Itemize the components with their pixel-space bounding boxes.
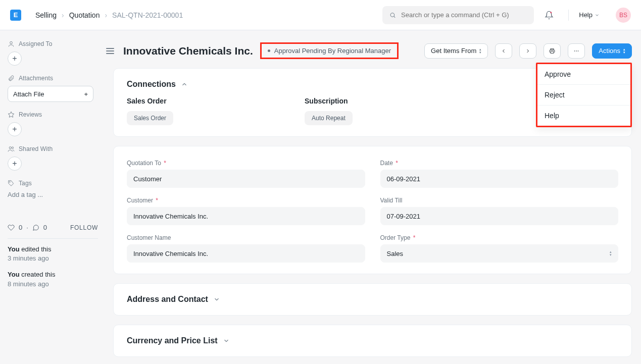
- timeline-who: You: [8, 271, 20, 278]
- section-label: Tags: [19, 180, 32, 187]
- svg-line-1: [394, 16, 395, 17]
- quotation-to-input[interactable]: Customer: [127, 170, 365, 188]
- search-input[interactable]: [401, 11, 527, 19]
- heart-icon[interactable]: [8, 224, 15, 231]
- add-review-button[interactable]: +: [8, 122, 22, 136]
- page-title: Innovative Chemicals Inc.: [123, 45, 253, 57]
- select-caret-icon: ▴▾: [610, 250, 612, 256]
- global-search[interactable]: [382, 6, 534, 24]
- section-head: Reviews: [8, 111, 98, 118]
- timeline-item: You created this 8 minutes ago: [8, 270, 98, 288]
- likes-count: 0: [19, 224, 22, 231]
- comments-count: 0: [43, 224, 47, 231]
- date-input[interactable]: 06-09-2021: [380, 170, 619, 188]
- connections-col-sales-order: Sales Order Sales Order: [127, 97, 173, 125]
- chevron-left-icon: [501, 48, 507, 54]
- follow-button[interactable]: FOLLOW: [70, 224, 98, 231]
- field-label: Date *: [380, 160, 619, 167]
- label-text: Date: [380, 160, 393, 167]
- section-assigned-to: Assigned To +: [8, 40, 98, 66]
- app-logo[interactable]: E: [10, 10, 21, 21]
- chevron-right-icon: ›: [105, 11, 107, 19]
- required-marker: *: [154, 197, 158, 204]
- field-label: Customer Name: [127, 234, 365, 241]
- action-help[interactable]: Help: [537, 105, 630, 126]
- more-menu-button[interactable]: [568, 43, 585, 59]
- sidebar-toggle-button[interactable]: [106, 48, 114, 54]
- conn-link-sales-order[interactable]: Sales Order: [127, 111, 173, 125]
- attach-file-button[interactable]: Attach File +: [8, 86, 93, 102]
- label-text: Customer: [127, 197, 153, 204]
- section-heading[interactable]: Address and Contact: [127, 295, 618, 304]
- chevron-up-icon: [181, 81, 188, 88]
- next-doc-button[interactable]: [519, 43, 536, 59]
- paperclip-icon: [8, 75, 15, 82]
- print-button[interactable]: [544, 43, 561, 59]
- section-heading[interactable]: Currency and Price List: [127, 336, 618, 345]
- field-value: 06-09-2021: [387, 175, 421, 183]
- avatar-initials: BS: [619, 12, 627, 19]
- section-label: Reviews: [19, 111, 42, 118]
- required-marker: *: [411, 234, 415, 241]
- svg-point-5: [9, 147, 11, 149]
- details-card: Quotation To * Customer Date * 06-09-202…: [113, 146, 632, 274]
- customer-name-input[interactable]: Innovative Chemicals Inc.: [127, 244, 365, 263]
- add-tag-input[interactable]: Add a tag ...: [8, 191, 98, 198]
- comment-icon[interactable]: [32, 224, 39, 231]
- prev-doc-button[interactable]: [495, 43, 512, 59]
- bell-icon: [545, 11, 554, 20]
- divider: [568, 10, 569, 21]
- user-icon: [8, 40, 15, 47]
- valid-till-input[interactable]: 07-09-2021: [380, 207, 619, 225]
- section-title: Address and Contact: [127, 295, 208, 304]
- breadcrumb-docid: SAL-QTN-2021-00001: [112, 11, 183, 19]
- breadcrumb: Selling › Quotation › SAL-QTN-2021-00001: [35, 11, 183, 19]
- svg-point-11: [576, 50, 577, 51]
- field-value: 07-09-2021: [387, 213, 421, 220]
- timeline-verb: created this: [21, 271, 55, 278]
- section-attachments: Attachments Attach File +: [8, 75, 98, 102]
- conn-link-auto-repeat[interactable]: Auto Repeat: [305, 111, 353, 125]
- label-text: Quotation To: [127, 160, 161, 167]
- field-label: Valid Till: [380, 197, 619, 204]
- actions-button[interactable]: Actions ▴▾: [592, 43, 632, 59]
- page-header: Innovative Chemicals Inc. Approval Pendi…: [106, 39, 632, 68]
- engagement-stats: 0 · 0: [8, 224, 47, 231]
- status-text: Approval Pending By Regional Manager: [274, 47, 391, 55]
- actions-wrapper: Actions ▴▾ Approve Reject Help: [592, 43, 632, 59]
- users-icon: [8, 145, 15, 152]
- field-date: Date * 06-09-2021: [380, 160, 619, 188]
- help-dropdown[interactable]: Help: [579, 11, 600, 19]
- field-order-type: Order Type * Sales ▴▾: [380, 234, 619, 263]
- section-head: Shared With: [8, 145, 98, 152]
- customer-input[interactable]: Innovative Chemicals Inc.: [127, 207, 365, 225]
- svg-point-2: [551, 12, 552, 13]
- action-approve[interactable]: Approve: [537, 64, 630, 84]
- select-caret-icon: ▴▾: [479, 48, 481, 54]
- timeline-verb: edited this: [21, 245, 51, 253]
- actions-dropdown: Approve Reject Help: [536, 63, 632, 127]
- chevron-right-icon: ›: [62, 11, 64, 19]
- section-title: Currency and Price List: [127, 336, 218, 345]
- user-avatar[interactable]: BS: [616, 8, 631, 23]
- field-quotation-to: Quotation To * Customer: [127, 160, 365, 188]
- action-reject[interactable]: Reject: [537, 84, 630, 105]
- get-items-from-button[interactable]: Get Items From ▴▾: [424, 43, 488, 59]
- top-navbar: E Selling › Quotation › SAL-QTN-2021-000…: [0, 0, 641, 30]
- breadcrumb-selling[interactable]: Selling: [35, 11, 57, 19]
- add-assignee-button[interactable]: +: [8, 51, 22, 66]
- breadcrumb-quotation[interactable]: Quotation: [69, 11, 100, 19]
- order-type-select[interactable]: Sales ▴▾: [380, 244, 619, 263]
- svg-point-6: [12, 147, 14, 149]
- notifications-button[interactable]: [540, 6, 558, 24]
- timeline-item: You edited this 3 minutes ago: [8, 245, 98, 263]
- svg-point-12: [578, 50, 579, 51]
- field-value: Sales: [387, 250, 404, 257]
- conn-col-title: Subscription: [305, 97, 353, 105]
- engagement-row: 0 · 0 FOLLOW: [8, 224, 98, 231]
- chevron-down-icon: [595, 13, 600, 18]
- timeline-ago: 3 minutes ago: [8, 254, 98, 263]
- printer-icon: [549, 48, 555, 54]
- section-head: Tags: [8, 180, 98, 187]
- add-share-button[interactable]: +: [8, 157, 22, 171]
